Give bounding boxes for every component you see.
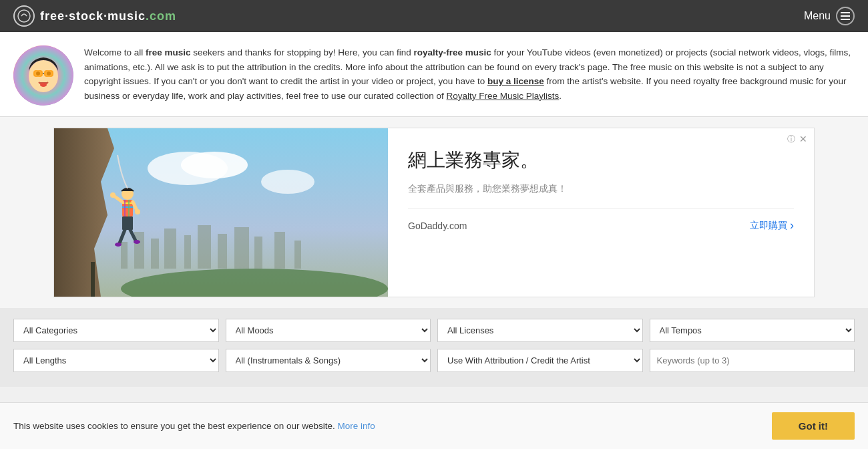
svg-point-42 (134, 240, 140, 244)
welcome-section: Welcome to all free music seekers and th… (0, 32, 868, 117)
svg-rect-22 (234, 227, 249, 269)
categories-select[interactable]: All Categories Electronic Ambient Rock C… (13, 319, 219, 342)
ad-subtext: 全套產品與服務，助您業務夢想成真！ (408, 183, 794, 195)
svg-rect-15 (121, 242, 128, 269)
svg-point-41 (115, 243, 122, 247)
svg-rect-8 (44, 70, 53, 77)
menu-icon (836, 7, 855, 25)
ad-cta-button[interactable]: 立即購買 › (750, 218, 794, 233)
ad-image (54, 128, 388, 297)
ad-info-icon[interactable]: ⓘ (787, 134, 795, 145)
svg-point-10 (40, 83, 47, 87)
svg-rect-17 (151, 239, 159, 269)
svg-point-14 (261, 170, 314, 194)
svg-rect-19 (184, 235, 191, 269)
ad-domain: GoDaddy.com (408, 220, 467, 231)
logo-icon (13, 5, 35, 27)
svg-point-38 (135, 209, 140, 214)
welcome-mid1: seekers and thanks for stopping by! Here… (191, 47, 414, 57)
ad-close-icon[interactable]: ✕ (799, 134, 807, 144)
ad-footer: GoDaddy.com 立即購買 › (408, 208, 794, 242)
svg-rect-23 (254, 237, 262, 269)
svg-point-37 (110, 192, 116, 198)
ad-cta-label: 立即購買 (750, 220, 787, 232)
licenses-select[interactable]: All Licenses Creative Commons Royalty Fr… (437, 319, 643, 342)
logo[interactable]: free·stock·music.com (13, 5, 176, 27)
svg-point-0 (18, 10, 30, 22)
free-music-bold: free music (146, 47, 191, 57)
ad-headline: 網上業務專家。 (408, 148, 794, 172)
svg-rect-20 (198, 225, 211, 269)
ad-content: ⓘ ✕ 網上業務專家。 全套產品與服務，助您業務夢想成真！ GoDaddy.co… (388, 128, 814, 297)
svg-rect-24 (274, 232, 285, 269)
royalty-free-bold: royalty-free music (414, 47, 491, 57)
svg-point-2 (29, 60, 58, 92)
ad-section: ⓘ ✕ 網上業務專家。 全套產品與服務，助您業務夢想成真！ GoDaddy.co… (0, 117, 868, 308)
svg-rect-18 (164, 229, 176, 269)
header: free·stock·music.com Menu (0, 0, 868, 32)
avatar-image (13, 45, 73, 106)
svg-rect-27 (91, 262, 95, 297)
svg-rect-7 (33, 70, 43, 77)
svg-rect-29 (122, 200, 133, 216)
logo-text: free·stock·music.com (40, 9, 176, 23)
welcome-intro: Welcome to all (84, 47, 146, 57)
keywords-input[interactable] (650, 349, 855, 372)
types-select[interactable]: All (Instrumentals & Songs) Instrumental… (226, 349, 431, 372)
filter-row-1: All Categories Electronic Ambient Rock C… (13, 319, 855, 342)
playlists-link[interactable]: Royalty Free Music Playlists (447, 91, 560, 101)
svg-point-13 (181, 152, 248, 178)
svg-rect-34 (122, 216, 133, 230)
welcome-text: Welcome to all free music seekers and th… (84, 45, 855, 103)
welcome-end: . (559, 91, 562, 101)
lengths-select[interactable]: All Lengths < 1 min 1-2 min 2-5 min > 5 … (13, 349, 219, 372)
ad-container: ⓘ ✕ 網上業務專家。 全套產品與服務，助您業務夢想成真！ GoDaddy.co… (53, 128, 815, 297)
avatar (13, 45, 73, 106)
svg-rect-25 (294, 241, 301, 269)
ad-climbing-scene (54, 128, 388, 297)
svg-rect-21 (218, 234, 227, 269)
moods-select[interactable]: All Moods Happy Sad Energetic Calm Roman… (226, 319, 431, 342)
menu-button[interactable]: Menu (804, 7, 855, 25)
filter-row-2: All Lengths < 1 min 1-2 min 2-5 min > 5 … (13, 349, 855, 372)
menu-label: Menu (804, 10, 831, 22)
tempos-select[interactable]: All Tempos Slow Medium Fast Very Fast (650, 319, 855, 342)
filter-section: All Categories Electronic Ambient Rock C… (0, 308, 868, 387)
buy-license-link[interactable]: buy a license (487, 76, 544, 86)
attribution-select[interactable]: Use With Attribution / Credit the Artist… (437, 349, 643, 372)
ad-cta-arrow: › (790, 218, 794, 233)
